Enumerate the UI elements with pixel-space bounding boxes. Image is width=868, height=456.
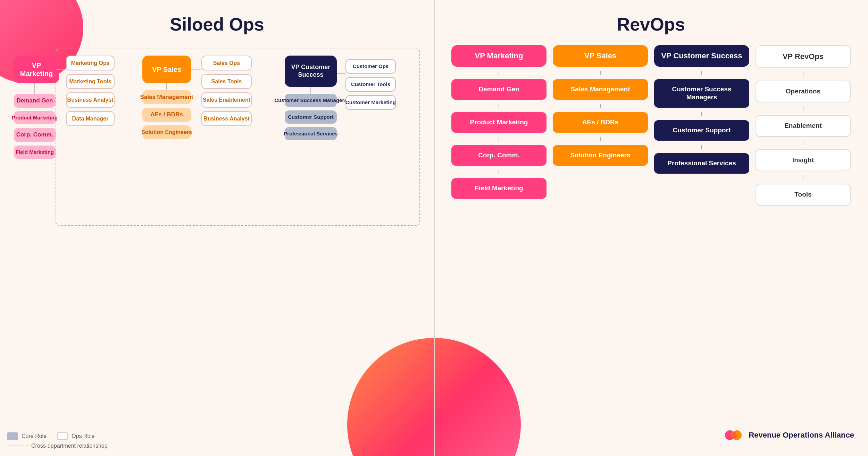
revops-grid: VP Marketing Demand Gen Product Marketin… [448, 45, 854, 206]
rv-operations: Operations [756, 81, 851, 102]
vp-sales-vline [166, 83, 167, 90]
vp-cs-box-wrapper: VP Customer Success Customer Success Man… [285, 56, 337, 140]
cs-ops-roles: Customer Ops Customer Tools Customer Mar… [345, 56, 396, 110]
vp-cs-vline [310, 87, 311, 94]
role-customer-tools: Customer Tools [345, 77, 396, 92]
vp-cs-box: VP Customer Success [285, 56, 337, 87]
vp-sales-box-wrapper: VP Sales Sales Management AEs / BDRs Sol… [142, 56, 191, 139]
cs-core-roles: Customer Success Managers Customer Suppo… [285, 94, 337, 140]
rv-connector-rv [803, 72, 803, 76]
rv-product-marketing: Product Marketing [451, 112, 546, 133]
left-panel: Siloed Ops VP Marketing Demand Gen Produ… [0, 0, 434, 456]
rv-vp-marketing: VP Marketing [451, 45, 546, 67]
rv-connector-cs2 [701, 112, 702, 116]
legend-ops-swatch [57, 432, 68, 440]
legend-cross-label: Cross-department relationshop [31, 443, 108, 449]
vp-marketing-vline [34, 83, 35, 94]
rv-connector-rv2 [803, 107, 803, 111]
role-business-analyst-sales: Business Analyst [201, 111, 252, 126]
main-container: Siloed Ops VP Marketing Demand Gen Produ… [0, 0, 868, 456]
role-cs-support-core: Customer Support [285, 110, 337, 124]
rv-vp-cs: VP Customer Success [654, 45, 749, 67]
role-data-manager: Data Manager [66, 111, 115, 126]
vp-marketing-group: VP Marketing Demand Gen Product Marketin… [14, 56, 56, 159]
role-customer-ops: Customer Ops [345, 59, 396, 74]
legend: Core Role Ops Role Cross-department rela… [7, 432, 108, 449]
sales-ops-list: Sales Ops Sales Tools Sales Enablement B… [201, 52, 252, 126]
rv-vp-sales: VP Sales [553, 45, 648, 67]
marketing-ops-roles: Marketing Ops Marketing Tools Business A… [66, 52, 115, 126]
h-connector-cs [337, 73, 345, 74]
rv-field-marketing: Field Marketing [451, 178, 546, 199]
role-demand-gen: Demand Gen [14, 94, 56, 108]
roa-logo-icon [723, 425, 744, 446]
rv-prof-services: Professional Services [654, 153, 749, 174]
rv-demand-gen: Demand Gen [451, 79, 546, 100]
revops-col-marketing: VP Marketing Demand Gen Product Marketin… [451, 45, 546, 206]
role-sales-ops: Sales Ops [201, 56, 252, 71]
legend-core-row: Core Role Ops Role [7, 432, 108, 440]
marketing-core-roles: Demand Gen Product Marketing Corp. Comm.… [14, 94, 56, 159]
role-business-analyst-mkt: Business Analyst [66, 92, 115, 107]
vp-marketing-box: VP Marketing [14, 56, 59, 83]
rv-connector-mkt2 [499, 104, 499, 108]
role-sales-mgmt-core: Sales Management [142, 90, 191, 104]
role-customer-marketing: Customer Marketing [345, 95, 396, 110]
legend-core-label: Core Role [22, 433, 47, 439]
role-aes-bdrs-core: AEs / BDRs [142, 108, 191, 122]
legend-ops-label: Ops Role [72, 433, 95, 439]
logo-text: Revenue Operations Alliance [749, 431, 854, 440]
rv-aes-bdrs: AEs / BDRs [553, 112, 648, 133]
role-marketing-tools: Marketing Tools [66, 74, 115, 89]
sales-core-roles: Sales Management AEs / BDRs Solution Eng… [142, 90, 191, 139]
h-connector-marketing [56, 69, 66, 70]
rv-connector-sales2 [600, 104, 601, 108]
role-sales-tools: Sales Tools [201, 74, 252, 89]
svg-point-2 [730, 432, 737, 439]
marketing-ops-list: Marketing Ops Marketing Tools Business A… [66, 52, 115, 126]
legend-dashed-swatch [7, 446, 28, 446]
rv-corp-comm: Corp. Comm. [451, 145, 546, 166]
role-sales-enablement: Sales Enablement [201, 92, 252, 107]
rv-connector-rv4 [803, 175, 803, 180]
cs-ops-list: Customer Ops Customer Tools Customer Mar… [345, 56, 396, 110]
revops-title: RevOps [448, 14, 854, 35]
rv-sales-mgmt: Sales Management [553, 79, 648, 100]
role-marketing-ops: Marketing Ops [66, 56, 115, 71]
right-panel: RevOps VP Marketing Demand Gen Product M… [434, 0, 868, 456]
vp-sales-box: VP Sales [142, 56, 191, 83]
logo-area: Revenue Operations Alliance [723, 425, 854, 446]
sales-ops-roles: Sales Ops Sales Tools Sales Enablement B… [201, 52, 252, 126]
role-csm-core: Customer Success Managers [285, 94, 337, 107]
rv-connector-mkt4 [499, 170, 499, 174]
rv-connector-cs [701, 71, 702, 75]
legend-cross-row: Cross-department relationshop [7, 443, 108, 449]
rv-solution-eng: Solution Engineers [553, 145, 648, 166]
role-corp-comm: Corp. Comm. [14, 128, 56, 142]
role-product-marketing-left: Product Marketing [14, 111, 56, 124]
revops-col-cs: VP Customer Success Customer Success Man… [654, 45, 749, 206]
rv-cs-support: Customer Support [654, 120, 749, 141]
h-connector-sales [191, 69, 201, 70]
rv-connector-mkt3 [499, 137, 499, 141]
rv-vp-revops: VP RevOps [756, 45, 851, 68]
role-prof-services-core: Professional Services [285, 127, 337, 140]
siloed-title: Siloed Ops [14, 14, 420, 35]
rv-connector-mkt [499, 71, 499, 75]
rv-csm: Customer Success Managers [654, 79, 749, 108]
revops-col-revops: VP RevOps Operations Enablement Insight … [756, 45, 851, 206]
role-solution-eng-core: Solution Engineers [142, 125, 191, 139]
revops-col-sales: VP Sales Sales Management AEs / BDRs Sol… [553, 45, 648, 206]
role-field-marketing: Field Marketing [14, 146, 56, 159]
legend-core-swatch [7, 432, 18, 440]
rv-connector-rv3 [803, 141, 803, 145]
rv-connector-sales3 [600, 137, 601, 141]
rv-insight: Insight [756, 149, 851, 171]
rv-connector-cs3 [701, 145, 702, 149]
rv-enablement: Enablement [756, 115, 851, 137]
rv-connector-sales [600, 71, 601, 75]
siloed-chart: VP Marketing Demand Gen Product Marketin… [14, 45, 420, 260]
rv-tools: Tools [756, 184, 851, 206]
